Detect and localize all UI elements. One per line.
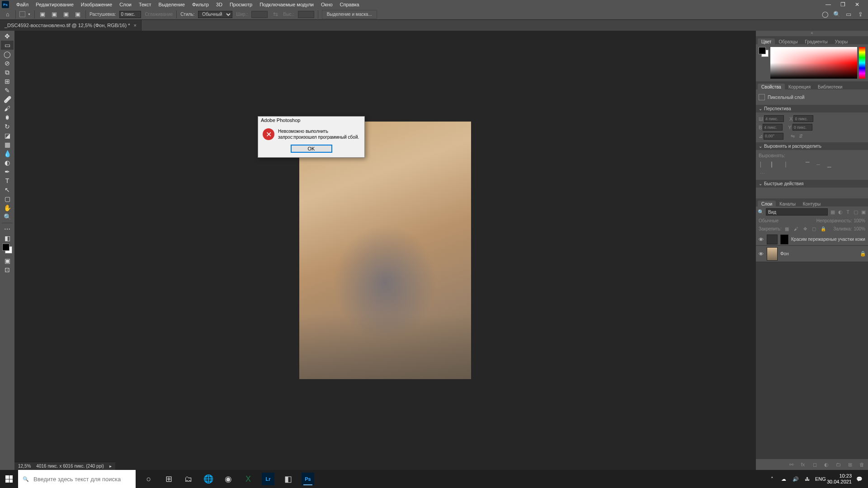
language-indicator[interactable]: ENG: [815, 476, 823, 482]
onedrive-icon[interactable]: ☁: [780, 476, 788, 482]
file-explorer-icon[interactable]: 🗂: [179, 470, 198, 488]
link-layers-icon[interactable]: ⚯: [788, 461, 795, 468]
flip-v-icon[interactable]: ⇵: [797, 132, 804, 140]
collapse-panels-icon[interactable]: «: [756, 31, 868, 36]
document-canvas[interactable]: [299, 122, 471, 379]
flyout-icon[interactable]: ▼: [28, 13, 31, 16]
align-right-icon[interactable]: ▕: [780, 161, 788, 168]
quick-selection-tool[interactable]: ⊘: [1, 59, 14, 68]
opacity-value[interactable]: 100%: [854, 218, 865, 223]
menu-image[interactable]: Изображение: [77, 2, 116, 7]
menu-plugins[interactable]: Подключаемые модули: [256, 2, 317, 7]
visibility-toggle-icon[interactable]: 👁: [758, 251, 764, 257]
color-swatches[interactable]: [2, 244, 12, 253]
quick-actions-header[interactable]: ⌄ Быстрые действия: [756, 180, 868, 188]
style-select[interactable]: Обычный: [198, 11, 232, 18]
ok-button[interactable]: OK: [291, 145, 332, 153]
volume-icon[interactable]: 🔊: [792, 476, 800, 482]
canvas-area[interactable]: [14, 31, 756, 470]
align-top-icon[interactable]: ▔: [804, 161, 811, 168]
select-and-mask-button[interactable]: Выделение и маска...: [322, 10, 377, 19]
tab-paths[interactable]: Контуры: [799, 201, 824, 206]
marquee-preset-icon[interactable]: [19, 11, 25, 17]
move-tool[interactable]: ✥: [1, 32, 14, 41]
edge-icon[interactable]: 🌐: [199, 470, 218, 488]
home-icon[interactable]: ⌂: [4, 10, 12, 19]
gradient-tool[interactable]: ▦: [1, 140, 14, 149]
lightroom-icon[interactable]: Lr: [262, 473, 274, 485]
zoom-level[interactable]: 12,5%: [18, 464, 31, 469]
menu-edit[interactable]: Редактирование: [32, 2, 77, 7]
tab-properties[interactable]: Свойства: [758, 84, 785, 89]
layer-name-background[interactable]: Фон: [780, 251, 857, 256]
align-section-header[interactable]: ⌄ Выровнять и распределить: [756, 142, 868, 150]
close-button[interactable]: ✕: [852, 1, 863, 8]
menu-3d[interactable]: 3D: [212, 2, 226, 7]
lock-position-icon[interactable]: ✥: [802, 225, 809, 232]
status-flyout-icon[interactable]: ▸: [109, 464, 112, 469]
taskbar-search-input[interactable]: [33, 476, 131, 483]
menu-layer[interactable]: Слои: [116, 2, 135, 7]
tab-swatches[interactable]: Образцы: [775, 38, 801, 44]
tab-gradients[interactable]: Градиенты: [801, 38, 831, 44]
menu-filter[interactable]: Фильтр: [189, 2, 212, 7]
zoom-tool[interactable]: 🔍: [1, 212, 14, 221]
blur-tool[interactable]: 💧: [1, 149, 14, 158]
photoshop-taskbar-icon[interactable]: Ps: [302, 473, 314, 485]
tab-adjustments[interactable]: Коррекция: [785, 84, 814, 89]
fill-value[interactable]: 100%: [854, 226, 865, 231]
task-view-icon[interactable]: ⊞: [159, 470, 178, 488]
angle-field[interactable]: [764, 133, 783, 140]
group-icon[interactable]: 🗀: [835, 461, 842, 468]
instagram-icon[interactable]: ◧: [278, 470, 297, 488]
cloud-docs-icon[interactable]: ◯: [821, 10, 829, 19]
lock-artboard-icon[interactable]: ▢: [811, 225, 818, 232]
tab-channels[interactable]: Каналы: [776, 201, 799, 206]
align-bottom-icon[interactable]: ▁: [826, 161, 833, 168]
tab-patterns[interactable]: Узоры: [831, 38, 852, 44]
tray-overflow-icon[interactable]: ˄: [768, 476, 776, 482]
layer-name[interactable]: Красим пережареные участки кожи: [791, 237, 866, 242]
layer-mask-icon[interactable]: ◻: [811, 461, 818, 468]
history-brush-tool[interactable]: ↻: [1, 122, 14, 131]
quick-mask-icon[interactable]: ▣: [1, 256, 14, 265]
default-colors-icon[interactable]: ◧: [1, 234, 14, 243]
healing-brush-tool[interactable]: 🩹: [1, 95, 14, 104]
dodge-tool[interactable]: ◐: [1, 158, 14, 167]
taskbar-search[interactable]: 🔍: [18, 470, 136, 488]
cortana-icon[interactable]: ○: [139, 470, 158, 488]
layer-mask-thumb[interactable]: [780, 235, 788, 244]
hand-tool[interactable]: ✋: [1, 203, 14, 212]
blend-mode[interactable]: Обычные: [759, 218, 778, 223]
start-button[interactable]: [0, 470, 18, 488]
adjustment-layer-icon[interactable]: ◐: [823, 461, 830, 468]
filter-adjust-icon[interactable]: ◐: [837, 208, 843, 216]
align-left-icon[interactable]: ▏: [759, 161, 766, 168]
rectangle-tool[interactable]: ▢: [1, 194, 14, 203]
lock-all-icon[interactable]: 🔒: [820, 225, 827, 232]
tab-color[interactable]: Цвет: [758, 38, 775, 44]
height-field[interactable]: [763, 124, 783, 131]
panel-color-swatches[interactable]: [759, 47, 769, 57]
frame-tool[interactable]: ⊞: [1, 77, 14, 86]
layer-thumb[interactable]: [767, 247, 778, 261]
feather-input[interactable]: [119, 11, 141, 18]
crop-tool[interactable]: ⧉: [1, 68, 14, 77]
path-selection-tool[interactable]: ↖: [1, 185, 14, 194]
swap-wh-icon[interactable]: ⇆: [271, 10, 279, 19]
brush-tool[interactable]: 🖌: [1, 104, 14, 113]
edit-toolbar-button[interactable]: ⋯: [1, 225, 14, 234]
tab-layers[interactable]: Слои: [758, 201, 776, 206]
foreground-color-swatch[interactable]: [2, 244, 9, 251]
rectangular-marquee-tool[interactable]: ▭: [1, 41, 14, 50]
filter-pixel-icon[interactable]: ▦: [830, 208, 835, 216]
layer-filter-type[interactable]: [766, 208, 828, 216]
y-field[interactable]: [793, 124, 812, 131]
document-dimensions[interactable]: 4016 пикс. x 6016 пикс. (240 ppi): [36, 464, 104, 469]
menu-select[interactable]: Выделение: [155, 2, 189, 7]
network-icon[interactable]: 🖧: [803, 476, 811, 482]
search-icon[interactable]: 🔍: [833, 10, 841, 19]
align-vcenter-icon[interactable]: ─: [815, 161, 822, 168]
width-field[interactable]: [764, 115, 784, 122]
new-layer-icon[interactable]: ⊞: [846, 461, 854, 468]
